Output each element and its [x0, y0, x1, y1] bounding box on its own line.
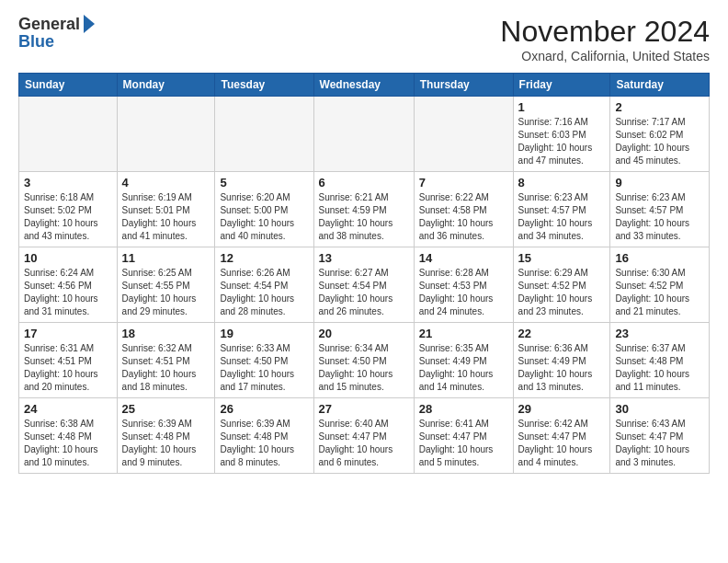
- calendar-cell-w2d4: 14Sunrise: 6:28 AM Sunset: 4:53 PM Dayli…: [414, 247, 513, 323]
- weekday-header-tuesday: Tuesday: [215, 74, 313, 97]
- calendar-cell-w3d6: 23Sunrise: 6:37 AM Sunset: 4:48 PM Dayli…: [610, 323, 710, 398]
- calendar-cell-w4d5: 29Sunrise: 6:42 AM Sunset: 4:47 PM Dayli…: [513, 398, 610, 474]
- day-number: 28: [419, 402, 508, 416]
- calendar-cell-w1d0: 3Sunrise: 6:18 AM Sunset: 5:02 PM Daylig…: [19, 172, 118, 247]
- logo-general-text: General: [18, 15, 80, 34]
- calendar-cell-w3d3: 20Sunrise: 6:34 AM Sunset: 4:50 PM Dayli…: [313, 323, 414, 398]
- weekday-header-thursday: Thursday: [414, 74, 513, 97]
- day-number: 2: [615, 100, 704, 114]
- day-info: Sunrise: 6:24 AM Sunset: 4:56 PM Dayligh…: [24, 267, 112, 318]
- day-number: 16: [615, 251, 704, 265]
- calendar-cell-w0d4: [414, 97, 513, 172]
- calendar-cell-w2d6: 16Sunrise: 6:30 AM Sunset: 4:52 PM Dayli…: [610, 247, 710, 323]
- calendar-cell-w0d0: [19, 97, 118, 172]
- day-number: 15: [518, 251, 606, 265]
- calendar-cell-w2d2: 12Sunrise: 6:26 AM Sunset: 4:54 PM Dayli…: [215, 247, 313, 323]
- calendar-cell-w3d0: 17Sunrise: 6:31 AM Sunset: 4:51 PM Dayli…: [19, 323, 118, 398]
- calendar-cell-w0d5: 1Sunrise: 7:16 AM Sunset: 6:03 PM Daylig…: [513, 97, 610, 172]
- day-info: Sunrise: 6:37 AM Sunset: 4:48 PM Dayligh…: [615, 342, 704, 394]
- day-number: 12: [220, 251, 308, 265]
- day-number: 11: [122, 251, 210, 265]
- subtitle: Oxnard, California, United States: [500, 49, 710, 63]
- weekday-header-row: SundayMondayTuesdayWednesdayThursdayFrid…: [19, 74, 710, 97]
- day-info: Sunrise: 6:26 AM Sunset: 4:54 PM Dayligh…: [220, 267, 308, 318]
- header: General Blue November 2024 Oxnard, Calif…: [18, 15, 710, 63]
- logo-blue-text: Blue: [18, 32, 54, 52]
- calendar-cell-w1d2: 5Sunrise: 6:20 AM Sunset: 5:00 PM Daylig…: [215, 172, 313, 247]
- calendar-cell-w0d1: [117, 97, 215, 172]
- weekday-header-friday: Friday: [513, 74, 610, 97]
- day-number: 13: [319, 251, 409, 265]
- day-info: Sunrise: 6:21 AM Sunset: 4:59 PM Dayligh…: [319, 191, 409, 243]
- day-info: Sunrise: 6:22 AM Sunset: 4:58 PM Dayligh…: [419, 191, 508, 243]
- title-section: November 2024 Oxnard, California, United…: [500, 15, 710, 63]
- day-number: 10: [24, 251, 112, 265]
- day-info: Sunrise: 6:23 AM Sunset: 4:57 PM Dayligh…: [518, 191, 606, 243]
- calendar: SundayMondayTuesdayWednesdayThursdayFrid…: [18, 73, 710, 474]
- week-row-2: 10Sunrise: 6:24 AM Sunset: 4:56 PM Dayli…: [19, 247, 710, 323]
- day-info: Sunrise: 6:25 AM Sunset: 4:55 PM Dayligh…: [122, 267, 210, 318]
- day-number: 6: [319, 176, 409, 190]
- day-info: Sunrise: 6:34 AM Sunset: 4:50 PM Dayligh…: [319, 342, 409, 394]
- day-number: 21: [419, 327, 508, 340]
- calendar-cell-w3d5: 22Sunrise: 6:36 AM Sunset: 4:49 PM Dayli…: [513, 323, 610, 398]
- day-number: 29: [518, 402, 606, 416]
- calendar-cell-w4d4: 28Sunrise: 6:41 AM Sunset: 4:47 PM Dayli…: [414, 398, 513, 474]
- day-number: 26: [220, 402, 308, 416]
- day-number: 23: [615, 327, 704, 340]
- day-number: 24: [24, 402, 112, 416]
- day-info: Sunrise: 6:19 AM Sunset: 5:01 PM Dayligh…: [122, 191, 210, 243]
- main-title: November 2024: [500, 15, 710, 49]
- calendar-cell-w2d0: 10Sunrise: 6:24 AM Sunset: 4:56 PM Dayli…: [19, 247, 118, 323]
- day-info: Sunrise: 6:39 AM Sunset: 4:48 PM Dayligh…: [220, 418, 308, 469]
- weekday-header-saturday: Saturday: [610, 74, 710, 97]
- calendar-cell-w1d5: 8Sunrise: 6:23 AM Sunset: 4:57 PM Daylig…: [513, 172, 610, 247]
- page: General Blue November 2024 Oxnard, Calif…: [0, 0, 728, 563]
- day-number: 1: [518, 100, 606, 114]
- logo: General Blue: [18, 15, 95, 52]
- day-number: 19: [220, 327, 308, 340]
- day-number: 27: [319, 402, 409, 416]
- day-number: 14: [419, 251, 508, 265]
- day-info: Sunrise: 6:36 AM Sunset: 4:49 PM Dayligh…: [518, 342, 606, 394]
- calendar-cell-w3d2: 19Sunrise: 6:33 AM Sunset: 4:50 PM Dayli…: [215, 323, 313, 398]
- day-info: Sunrise: 6:27 AM Sunset: 4:54 PM Dayligh…: [319, 267, 409, 318]
- day-number: 3: [24, 176, 112, 190]
- day-number: 18: [122, 327, 210, 340]
- calendar-cell-w0d3: [313, 97, 414, 172]
- day-info: Sunrise: 6:31 AM Sunset: 4:51 PM Dayligh…: [24, 342, 112, 394]
- day-number: 22: [518, 327, 606, 340]
- weekday-header-wednesday: Wednesday: [313, 74, 414, 97]
- week-row-3: 17Sunrise: 6:31 AM Sunset: 4:51 PM Dayli…: [19, 323, 710, 398]
- calendar-cell-w1d6: 9Sunrise: 6:23 AM Sunset: 4:57 PM Daylig…: [610, 172, 710, 247]
- weekday-header-monday: Monday: [117, 74, 215, 97]
- calendar-cell-w4d2: 26Sunrise: 6:39 AM Sunset: 4:48 PM Dayli…: [215, 398, 313, 474]
- day-number: 8: [518, 176, 606, 190]
- calendar-cell-w2d1: 11Sunrise: 6:25 AM Sunset: 4:55 PM Dayli…: [117, 247, 215, 323]
- day-info: Sunrise: 6:33 AM Sunset: 4:50 PM Dayligh…: [220, 342, 308, 394]
- day-info: Sunrise: 6:40 AM Sunset: 4:47 PM Dayligh…: [319, 418, 409, 469]
- week-row-1: 3Sunrise: 6:18 AM Sunset: 5:02 PM Daylig…: [19, 172, 710, 247]
- day-info: Sunrise: 6:30 AM Sunset: 4:52 PM Dayligh…: [615, 267, 704, 318]
- logo-arrow-icon: [84, 15, 95, 33]
- day-number: 20: [319, 327, 409, 340]
- calendar-cell-w4d0: 24Sunrise: 6:38 AM Sunset: 4:48 PM Dayli…: [19, 398, 118, 474]
- day-info: Sunrise: 6:43 AM Sunset: 4:47 PM Dayligh…: [615, 418, 704, 469]
- day-info: Sunrise: 6:20 AM Sunset: 5:00 PM Dayligh…: [220, 191, 308, 243]
- day-info: Sunrise: 6:23 AM Sunset: 4:57 PM Dayligh…: [615, 191, 704, 243]
- day-info: Sunrise: 6:35 AM Sunset: 4:49 PM Dayligh…: [419, 342, 508, 394]
- calendar-cell-w1d4: 7Sunrise: 6:22 AM Sunset: 4:58 PM Daylig…: [414, 172, 513, 247]
- day-info: Sunrise: 7:16 AM Sunset: 6:03 PM Dayligh…: [518, 116, 606, 167]
- calendar-cell-w3d1: 18Sunrise: 6:32 AM Sunset: 4:51 PM Dayli…: [117, 323, 215, 398]
- day-info: Sunrise: 7:17 AM Sunset: 6:02 PM Dayligh…: [615, 116, 704, 167]
- day-number: 7: [419, 176, 508, 190]
- day-info: Sunrise: 6:18 AM Sunset: 5:02 PM Dayligh…: [24, 191, 112, 243]
- day-info: Sunrise: 6:42 AM Sunset: 4:47 PM Dayligh…: [518, 418, 606, 469]
- calendar-cell-w1d3: 6Sunrise: 6:21 AM Sunset: 4:59 PM Daylig…: [313, 172, 414, 247]
- week-row-4: 24Sunrise: 6:38 AM Sunset: 4:48 PM Dayli…: [19, 398, 710, 474]
- day-number: 17: [24, 327, 112, 340]
- calendar-cell-w0d6: 2Sunrise: 7:17 AM Sunset: 6:02 PM Daylig…: [610, 97, 710, 172]
- calendar-cell-w0d2: [215, 97, 313, 172]
- day-info: Sunrise: 6:32 AM Sunset: 4:51 PM Dayligh…: [122, 342, 210, 394]
- calendar-cell-w3d4: 21Sunrise: 6:35 AM Sunset: 4:49 PM Dayli…: [414, 323, 513, 398]
